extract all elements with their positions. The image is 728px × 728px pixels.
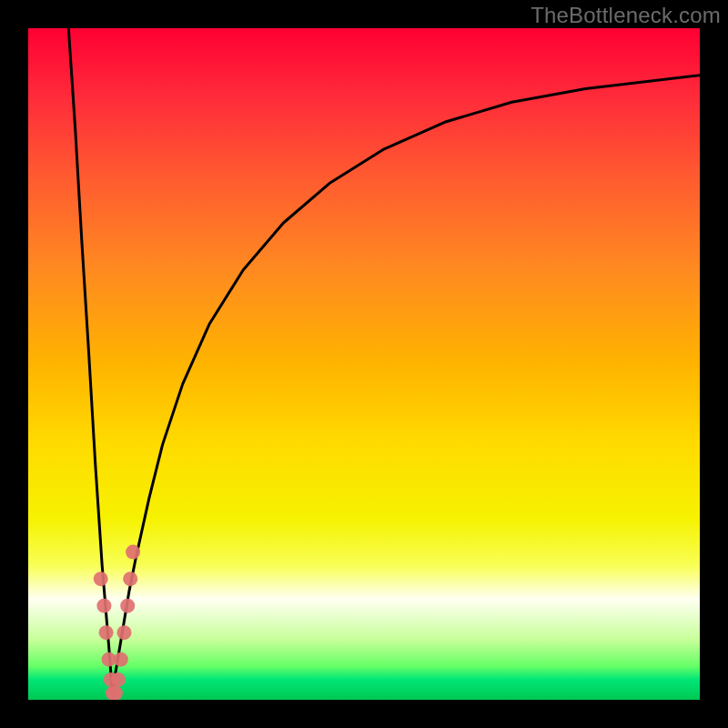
data-point	[111, 672, 126, 687]
data-point	[99, 625, 114, 640]
data-point	[120, 599, 135, 613]
bottleneck-curve	[68, 28, 700, 700]
chart-frame: TheBottleneck.com	[0, 0, 728, 728]
watermark-text: TheBottleneck.com	[531, 3, 721, 28]
data-point	[94, 571, 108, 586]
plot-area	[28, 28, 700, 700]
data-point	[117, 625, 132, 640]
data-point	[114, 652, 128, 667]
curve-svg	[28, 28, 700, 700]
data-point	[96, 599, 111, 613]
data-point	[126, 545, 140, 560]
data-point	[123, 571, 137, 586]
data-point	[108, 686, 123, 700]
